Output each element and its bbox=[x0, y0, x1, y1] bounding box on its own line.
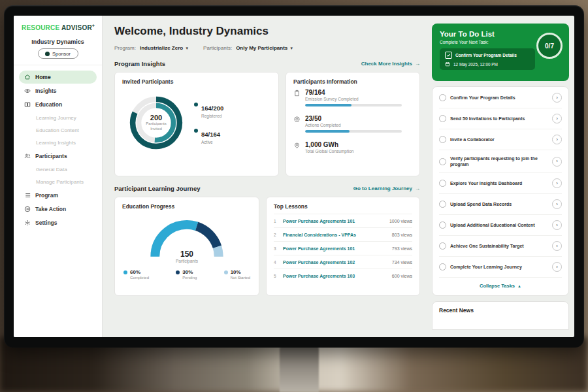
task-checkbox[interactable] bbox=[439, 242, 446, 250]
task-row[interactable]: Invite a Collaborator › bbox=[439, 129, 562, 150]
lesson-link[interactable]: Power Purchase Agreements 101 bbox=[283, 246, 388, 251]
chevron-right-icon[interactable]: › bbox=[552, 157, 562, 167]
invited-participants-title: Invited Participants bbox=[122, 78, 271, 85]
participants-information-title: Participants Information bbox=[293, 78, 412, 85]
sidebar-item-learning-insights[interactable]: Learning Insights bbox=[19, 137, 97, 149]
top-lessons-card: Top Lessons 1 Power Purchase Agreements … bbox=[266, 197, 420, 296]
lesson-row: 2 Financial Considerations - VPPAs 803 v… bbox=[274, 228, 412, 242]
education-legend: 60%Completed 30%Pending 10%Not Started bbox=[122, 269, 252, 280]
task-checkbox[interactable] bbox=[439, 115, 446, 122]
education-progress-card: Education Progress 150 Participants bbox=[114, 197, 259, 296]
filter-bar: Program: Industrialize Zero ▼ Participan… bbox=[114, 45, 420, 51]
chevron-right-icon[interactable]: › bbox=[552, 114, 562, 123]
task-row[interactable]: Upload Spend Data Records › bbox=[439, 194, 562, 215]
sidebar-item-learning-journey[interactable]: Learning Journey bbox=[19, 112, 97, 124]
invited-center-label: Participants Invited bbox=[142, 122, 171, 132]
legend-item-pending: 30%Pending bbox=[176, 269, 197, 280]
program-select[interactable]: Industrialize Zero ▼ bbox=[140, 45, 189, 51]
lesson-link[interactable]: Power Purchase Agreements 103 bbox=[283, 274, 388, 278]
chevron-right-icon[interactable]: › bbox=[552, 262, 562, 272]
chevron-right-icon[interactable]: › bbox=[552, 220, 562, 230]
sidebar-item-participants[interactable]: Participants bbox=[19, 150, 97, 163]
lesson-link[interactable]: Power Purchase Agreements 101 bbox=[283, 219, 385, 223]
chevron-right-icon[interactable]: › bbox=[552, 135, 562, 144]
gear-icon bbox=[24, 220, 31, 226]
book-icon bbox=[24, 101, 31, 108]
task-row[interactable]: Upload Additional Educational Content › bbox=[439, 215, 562, 236]
invited-center-value: 200 bbox=[150, 114, 162, 122]
task-row[interactable]: Explore Your Insights Dashboard › bbox=[439, 173, 562, 194]
program-insights-title: Program Insights bbox=[114, 60, 165, 67]
sidebar: RESOURCE ADVISOR+ Industry Dynamics Spon… bbox=[14, 16, 103, 337]
next-task-box[interactable]: Confirm Your Program Details 12 May 2025… bbox=[440, 48, 535, 70]
learning-cards-row: Education Progress 150 Participants bbox=[114, 197, 420, 296]
todo-column: Your To Do List Complete Your Next Task:… bbox=[432, 16, 569, 337]
sidebar-item-home[interactable]: Home bbox=[19, 71, 97, 84]
clipboard-icon bbox=[293, 90, 301, 97]
task-row[interactable]: Achieve One Sustainability Target › bbox=[439, 236, 562, 257]
task-row[interactable]: Send 50 Invitations to Participants › bbox=[439, 108, 562, 129]
task-row[interactable]: Confirm Your Program Details › bbox=[439, 88, 562, 108]
sidebar-item-manage-participants[interactable]: Manage Participants bbox=[19, 176, 97, 188]
desk-background: RESOURCE ADVISOR+ Industry Dynamics Spon… bbox=[0, 0, 588, 392]
sidebar-item-program[interactable]: Program bbox=[19, 189, 97, 202]
task-checkbox[interactable] bbox=[439, 221, 446, 229]
sidebar-item-take-action[interactable]: Take Action bbox=[19, 203, 97, 216]
check-more-insights-link[interactable]: Check More Insights → bbox=[361, 61, 420, 67]
learning-journey-title: Participant Learning Journey bbox=[114, 185, 200, 192]
sidebar-item-settings[interactable]: Settings bbox=[19, 216, 97, 229]
lesson-link[interactable]: Financial Considerations - VPPAs bbox=[283, 233, 388, 237]
location-pin-icon bbox=[293, 142, 301, 149]
logo-text-advisor: ADVISOR bbox=[61, 24, 92, 31]
task-checkbox[interactable] bbox=[439, 94, 446, 101]
chevron-right-icon[interactable]: › bbox=[552, 178, 562, 188]
chevron-right-icon[interactable]: › bbox=[552, 241, 562, 251]
top-lessons-title: Top Lessons bbox=[274, 203, 412, 210]
legend-dot bbox=[123, 270, 127, 274]
task-checkbox[interactable] bbox=[439, 180, 446, 187]
sidebar-item-insights[interactable]: Insights bbox=[19, 84, 97, 97]
task-row[interactable]: Verify participants requesting to join t… bbox=[439, 150, 562, 173]
task-checkbox[interactable] bbox=[439, 201, 446, 208]
go-to-learning-journey-link[interactable]: Go to Learning Journey → bbox=[353, 186, 420, 191]
action-arrow-icon bbox=[24, 206, 31, 212]
org-name: Industry Dynamics bbox=[14, 39, 102, 45]
invited-legend: 164/200 Registered 84/164 Active bbox=[194, 97, 223, 149]
arrow-right-icon: → bbox=[415, 186, 420, 191]
chevron-up-icon: ▲ bbox=[517, 284, 521, 288]
sidebar-item-education[interactable]: Education bbox=[19, 98, 97, 111]
lesson-row: 1 Power Purchase Agreements 101 1000 vie… bbox=[274, 214, 412, 228]
home-icon bbox=[24, 74, 31, 80]
task-checkbox[interactable] bbox=[439, 263, 446, 270]
sponsor-icon bbox=[45, 52, 50, 56]
logo-text-resource: RESOURCE bbox=[22, 24, 59, 31]
participants-select[interactable]: Only My Participants ▼ bbox=[236, 45, 293, 51]
lesson-row: 4 Power Purchase Agreements 102 734 view… bbox=[274, 255, 412, 269]
logo-plus: + bbox=[92, 24, 95, 28]
chevron-down-icon: ▼ bbox=[185, 46, 189, 50]
task-checkbox[interactable] bbox=[439, 136, 446, 143]
tasks-list-card: Confirm Your Program Details › Send 50 I… bbox=[432, 86, 569, 296]
page-title: Welcome, Industry Dynamics bbox=[114, 25, 420, 38]
chevron-right-icon[interactable]: › bbox=[552, 93, 562, 103]
lesson-row: 5 Power Purchase Agreements 103 600 view… bbox=[274, 269, 412, 282]
sponsor-badge[interactable]: Sponsor bbox=[38, 48, 78, 59]
education-progress-gauge: 150 Participants bbox=[144, 214, 229, 263]
checkbox-checked-icon[interactable] bbox=[445, 52, 452, 59]
sidebar-item-education-content[interactable]: Education Content bbox=[19, 124, 97, 137]
task-row[interactable]: Complete Your Learning Journey › bbox=[439, 257, 562, 278]
collapse-tasks-link[interactable]: Collapse Tasks ▲ bbox=[439, 278, 562, 295]
task-checkbox[interactable] bbox=[439, 158, 446, 165]
chevron-right-icon[interactable]: › bbox=[552, 199, 562, 209]
legend-item-not-started: 10%Not Started bbox=[224, 269, 250, 280]
todo-card: Your To Do List Complete Your Next Task:… bbox=[432, 24, 569, 81]
program-insights-header: Program Insights Check More Insights → bbox=[114, 60, 420, 67]
insights-cards-row: Invited Participants 200 bbox=[114, 72, 420, 176]
lessons-list: 1 Power Purchase Agreements 101 1000 vie… bbox=[274, 214, 412, 282]
dashboard-screen: RESOURCE ADVISOR+ Industry Dynamics Spon… bbox=[14, 16, 574, 337]
actions-progress-bar bbox=[305, 130, 402, 133]
invited-participants-donut: 200 Participants Invited bbox=[122, 89, 190, 157]
lesson-link[interactable]: Power Purchase Agreements 102 bbox=[283, 260, 388, 265]
sidebar-item-general-data[interactable]: General Data bbox=[19, 163, 97, 176]
gauge-center-label: Participants bbox=[144, 259, 229, 263]
